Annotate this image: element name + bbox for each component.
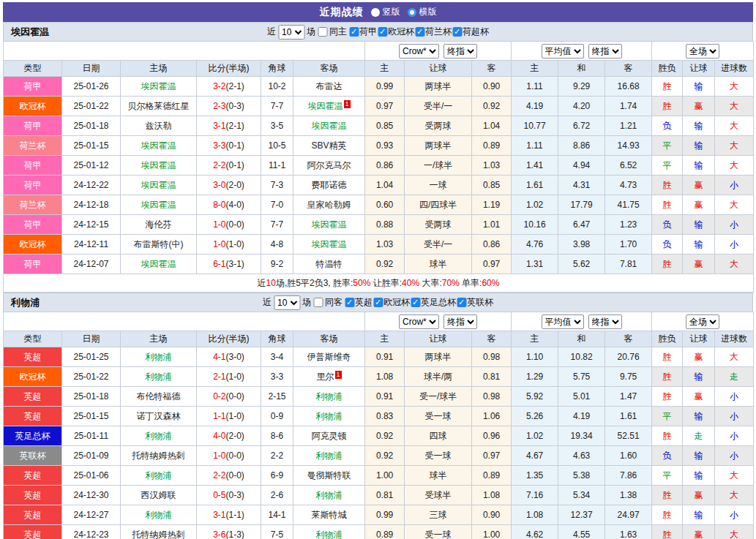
league-badge: 英超	[4, 466, 62, 486]
avg-away: 1.61	[605, 407, 652, 426]
odds-handicap: 受两球	[405, 116, 472, 136]
fulltime-score: 2-2	[213, 160, 225, 170]
halftime-score: (0-1)	[226, 160, 244, 170]
home-team-cell: 埃因霍温	[121, 176, 197, 195]
result-handicap: 赢	[683, 387, 715, 407]
away-team-cell: 伊普斯维奇	[293, 347, 365, 367]
column-header: 主场	[121, 61, 197, 77]
avg-draw: 4.19	[558, 407, 605, 426]
odds-home: 1.08	[365, 367, 405, 387]
scope-select[interactable]: 全场	[686, 314, 719, 329]
match-count-select[interactable]: 10	[278, 25, 304, 39]
fulltime-score: 1-1	[213, 411, 225, 421]
avg-draw: 5.01	[558, 387, 605, 407]
away-team-cell: 埃因霍温	[293, 235, 365, 255]
odds-source-select[interactable]: Crow*	[399, 314, 439, 329]
halftime-score: (2-0)	[226, 180, 244, 190]
odds-away: 1.19	[472, 195, 512, 215]
column-header: 主	[365, 331, 405, 347]
fulltime-score: 3-1	[213, 121, 225, 131]
column-header: 客	[605, 61, 652, 77]
match-count-select[interactable]: 10	[274, 295, 300, 310]
match-date: 25-01-18	[62, 387, 121, 407]
column-header: 进球数	[715, 61, 754, 77]
column-header: 比分(半场)	[197, 331, 261, 347]
odds-dropdowns-cell: Crow*终指	[365, 42, 512, 61]
vertical-layout-radio[interactable]: 竖版	[371, 6, 400, 18]
same-venue-checkbox[interactable]	[318, 27, 327, 37]
league-badge: 荷甲	[4, 176, 62, 195]
league-checkbox[interactable]	[452, 27, 462, 37]
corners-cell: 7-3	[261, 176, 293, 195]
corners-cell: 10-5	[261, 136, 293, 156]
fulltime-score: 3-6	[213, 529, 225, 539]
odds-time-select[interactable]: 终指	[444, 314, 477, 329]
home-team-name: 海伦芬	[146, 219, 172, 230]
avg-select[interactable]: 平均值	[542, 314, 584, 329]
odds-away: 1.01	[472, 215, 512, 235]
away-red-card-badge: 1	[344, 100, 351, 108]
fulltime-score: 2-1	[213, 372, 225, 382]
score-cell: 2-1(1-0)	[197, 367, 261, 387]
score-cell: 6-1(3-1)	[197, 255, 261, 274]
avg-away: 1.70	[605, 235, 652, 255]
avg-away: 24.97	[605, 505, 652, 525]
scope-select[interactable]: 全场	[686, 44, 719, 59]
odds-time-select[interactable]: 终指	[444, 44, 477, 59]
league-checkbox[interactable]	[415, 27, 424, 37]
odds-source-select[interactable]: Crow*	[399, 44, 439, 59]
match-date: 25-01-15	[62, 407, 121, 426]
halftime-score: (1-3)	[226, 529, 244, 539]
home-team-cell: 贝尔格莱德红星	[121, 97, 197, 116]
avg-away: 20.76	[605, 347, 652, 367]
away-team-name: 埃因霍温	[312, 121, 347, 131]
league-badge: 欧冠杯	[4, 235, 62, 255]
odds-away: 0.85	[472, 176, 512, 195]
result-goals: 大	[715, 466, 754, 486]
horizontal-layout-radio[interactable]: 横版	[408, 6, 437, 18]
match-date: 25-01-22	[62, 97, 121, 116]
column-header: 进球数	[715, 331, 754, 347]
result-outcome: 胜	[652, 176, 683, 195]
avg-time-select[interactable]: 终指	[588, 314, 622, 329]
avg-time-select[interactable]: 终指	[588, 44, 622, 59]
league-badge: 英超	[4, 486, 62, 505]
result-handicap: 输	[683, 505, 715, 525]
away-team-name: 曼彻斯特联	[307, 470, 351, 480]
halftime-score: (0-3)	[226, 101, 244, 111]
away-team-cell: 皇家哈勒姆	[293, 195, 365, 215]
league-badge: 英超	[4, 505, 62, 525]
result-handicap: 赢	[683, 97, 715, 116]
away-team-name: 埃因霍温	[312, 219, 347, 230]
result-outcome: 负	[652, 446, 683, 466]
league-checkbox[interactable]	[345, 298, 354, 307]
away-team-name: SBV精英	[312, 140, 347, 151]
avg-select[interactable]: 平均值	[542, 44, 584, 59]
halftime-score: (3-1)	[226, 259, 244, 269]
avg-draw: 6.47	[558, 215, 605, 235]
avg-draw: 4.31	[558, 176, 605, 195]
result-handicap: 输	[683, 136, 715, 156]
filter-bar: 近 10 场 同客 英超欧冠杯英足总杯英联杯	[263, 295, 493, 310]
same-venue-checkbox[interactable]	[313, 298, 323, 307]
team-name: 利物浦	[11, 296, 40, 309]
team-section: 埃因霍温 近 10 场 同主 荷甲欧冠杯荷兰杯荷超杯	[3, 22, 753, 293]
scope-dropdown-cell: 全场	[652, 312, 754, 331]
results-table: Crow*终指 平均值终指 全场 类型日期主场比分(半场)角球客场主让球客主和客…	[3, 41, 754, 293]
result-outcome: 胜	[652, 387, 683, 407]
league-badge: 欧冠杯	[4, 367, 62, 387]
odds-away: 1.08	[472, 486, 512, 505]
match-date: 25-01-15	[62, 136, 121, 156]
league-checkbox[interactable]	[349, 27, 359, 37]
results-table: Crow*终指 平均值终指 全场 类型日期主场比分(半场)角球客场主让球客主和客…	[3, 312, 754, 539]
result-outcome: 胜	[652, 195, 683, 215]
league-checkbox[interactable]	[457, 298, 466, 307]
league-checkbox[interactable]	[373, 298, 383, 307]
result-handicap: 赢	[683, 486, 715, 505]
league-checkbox[interactable]	[411, 298, 420, 307]
fulltime-score: 0-5	[213, 490, 225, 500]
match-date: 25-01-22	[62, 367, 121, 387]
score-cell: 3-3(0-1)	[197, 136, 261, 156]
avg-home: 5.92	[512, 387, 558, 407]
league-checkbox[interactable]	[378, 27, 387, 37]
